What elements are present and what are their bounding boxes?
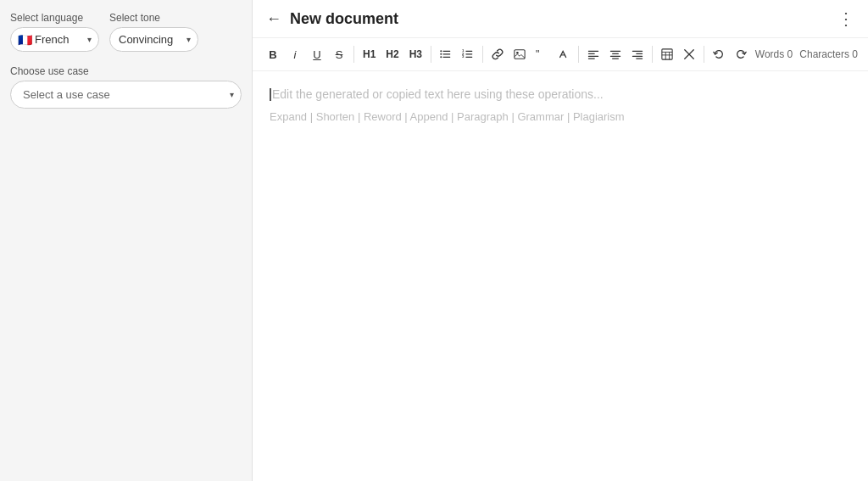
- language-select[interactable]: French English Spanish German Italian: [10, 27, 99, 52]
- word-count-area: Words 0 Characters 0: [755, 48, 858, 60]
- unordered-list-icon: [440, 48, 452, 60]
- h2-button[interactable]: H2: [381, 43, 403, 65]
- svg-rect-18: [588, 56, 598, 57]
- italic-button[interactable]: i: [285, 43, 305, 65]
- bold-button[interactable]: B: [263, 43, 283, 65]
- quote-button[interactable]: ": [531, 43, 552, 65]
- language-select-wrapper: 🇫🇷 French English Spanish German Italian…: [10, 27, 99, 52]
- highlight-button[interactable]: [554, 43, 574, 65]
- h3-button[interactable]: H3: [405, 43, 426, 65]
- clear-format-button[interactable]: [679, 43, 699, 65]
- cursor: [270, 88, 271, 101]
- language-field-group: Select language 🇫🇷 French English Spanis…: [10, 12, 99, 52]
- table-icon: [661, 48, 673, 60]
- toolbar-divider-5: [652, 46, 653, 63]
- svg-text:3: 3: [462, 54, 465, 59]
- svg-text:": ": [536, 48, 539, 60]
- svg-point-5: [440, 56, 442, 58]
- svg-rect-21: [612, 53, 619, 54]
- align-right-icon: [632, 48, 643, 60]
- svg-rect-6: [465, 51, 472, 52]
- svg-rect-19: [588, 58, 595, 59]
- toolbar-divider-3: [482, 46, 483, 63]
- svg-rect-23: [612, 58, 619, 59]
- table-button[interactable]: [657, 43, 677, 65]
- svg-rect-20: [610, 51, 620, 52]
- strikethrough-button[interactable]: S: [329, 43, 349, 65]
- sidebar: Select language 🇫🇷 French English Spanis…: [0, 0, 253, 481]
- editor-placeholder: Edit the generated or copied text here u…: [270, 85, 851, 103]
- align-center-button[interactable]: [605, 43, 626, 65]
- svg-rect-16: [588, 51, 598, 52]
- editor-toolbar: B i U S H1 H2 H3 1 2: [253, 38, 868, 71]
- svg-rect-12: [515, 50, 525, 59]
- toolbar-divider-4: [578, 46, 579, 63]
- underline-button[interactable]: U: [307, 43, 327, 65]
- toolbar-divider-6: [704, 46, 704, 63]
- svg-rect-0: [443, 51, 451, 52]
- tone-field-group: Select tone Convincing Formal Casual Fri…: [109, 12, 198, 52]
- quote-icon: ": [536, 48, 548, 60]
- editor-hint: Expand | Shorten | Reword | Append | Par…: [270, 110, 851, 123]
- toolbar-divider-1: [353, 46, 354, 63]
- svg-rect-22: [610, 56, 620, 57]
- svg-rect-2: [443, 57, 451, 58]
- svg-rect-27: [636, 58, 643, 59]
- highlight-icon: [558, 48, 570, 60]
- usecase-select[interactable]: Select a use case Blog Post Email Produc…: [10, 81, 242, 109]
- svg-rect-24: [632, 51, 643, 52]
- tone-select[interactable]: Convincing Formal Casual Friendly Humoro…: [109, 27, 198, 52]
- redo-button[interactable]: [731, 43, 751, 65]
- usecase-label: Choose use case: [10, 65, 242, 77]
- sidebar-top-row: Select language 🇫🇷 French English Spanis…: [10, 12, 242, 52]
- back-button[interactable]: ←: [266, 10, 281, 28]
- editor-area[interactable]: Edit the generated or copied text here u…: [253, 71, 868, 481]
- svg-rect-26: [632, 56, 643, 57]
- doc-header: ← New document ⋮: [253, 0, 868, 38]
- unordered-list-button[interactable]: [436, 43, 456, 65]
- svg-rect-1: [443, 53, 451, 54]
- clear-format-icon: [683, 48, 695, 60]
- redo-icon: [735, 48, 747, 60]
- svg-rect-7: [465, 53, 472, 54]
- ordered-list-button[interactable]: 1 2 3: [458, 43, 478, 65]
- undo-icon: [713, 48, 725, 60]
- ordered-list-icon: 1 2 3: [462, 48, 474, 60]
- svg-rect-25: [636, 53, 643, 54]
- language-label: Select language: [10, 12, 99, 24]
- image-button[interactable]: [509, 43, 530, 65]
- main-panel: ← New document ⋮ B i U S H1 H2 H3: [253, 0, 868, 481]
- svg-point-4: [440, 53, 442, 55]
- usecase-field-group: Choose use case Select a use case Blog P…: [10, 65, 242, 109]
- tone-label: Select tone: [109, 12, 198, 24]
- image-icon: [514, 48, 526, 60]
- align-left-button[interactable]: [583, 43, 604, 65]
- link-button[interactable]: [487, 43, 508, 65]
- align-left-icon: [587, 48, 599, 60]
- align-right-button[interactable]: [627, 43, 648, 65]
- usecase-select-wrapper: Select a use case Blog Post Email Produc…: [10, 81, 242, 109]
- link-icon: [492, 48, 504, 60]
- svg-rect-17: [588, 53, 595, 54]
- characters-label: Characters 0: [799, 48, 858, 60]
- svg-point-3: [440, 50, 442, 52]
- more-options-button[interactable]: ⋮: [837, 8, 854, 29]
- doc-title: New document: [290, 10, 398, 28]
- svg-rect-28: [662, 49, 672, 59]
- svg-rect-8: [465, 57, 472, 58]
- doc-title-area: ← New document: [266, 10, 398, 28]
- align-center-icon: [609, 48, 621, 60]
- svg-point-13: [516, 52, 519, 54]
- toolbar-divider-2: [431, 46, 431, 63]
- tone-select-wrapper: Convincing Formal Casual Friendly Humoro…: [109, 27, 198, 52]
- h1-button[interactable]: H1: [359, 43, 380, 65]
- words-label: Words 0: [755, 48, 793, 60]
- undo-button[interactable]: [709, 43, 729, 65]
